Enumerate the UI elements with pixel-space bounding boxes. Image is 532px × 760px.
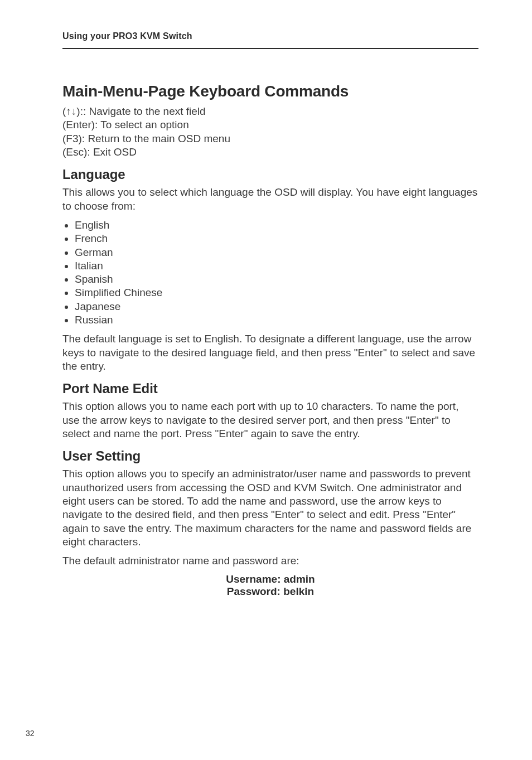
list-item: Spanish [75,273,478,286]
list-item: Japanese [75,300,478,313]
cmd-navigate: (↑↓):: Navigate to the next field [62,105,478,118]
language-list: English French German Italian Spanish Si… [62,219,478,327]
port-name-edit-body: This option allows you to name each port… [62,400,478,440]
subheading-language: Language [62,167,478,182]
credentials-password: Password: belkin [62,585,478,598]
list-item: German [75,246,478,259]
subheading-user-setting: User Setting [62,448,478,464]
user-setting-body: This option allows you to specify an adm… [62,467,478,549]
default-credentials: Username: admin Password: belkin [62,573,478,598]
cmd-f3: (F3): Return to the main OSD menu [62,132,478,146]
page-number: 32 [26,729,35,738]
running-head: Using your PRO3 KVM Switch [62,31,478,48]
list-item: Russian [75,313,478,327]
cmd-esc: (Esc): Exit OSD [62,146,478,159]
language-outro: The default language is set to English. … [62,332,478,373]
list-item: Simplified Chinese [75,286,478,299]
list-item: French [75,232,478,245]
header-rule [62,48,478,49]
user-setting-defaults-intro: The default administrator name and passw… [62,554,478,568]
section-heading-main-menu-keyboard-commands: Main-Menu-Page Keyboard Commands [62,83,478,100]
language-intro: This allows you to select which language… [62,186,478,213]
keyboard-commands-list: (↑↓):: Navigate to the next field (Enter… [62,105,478,159]
cmd-enter: (Enter): To select an option [62,118,478,132]
list-item: English [75,219,478,232]
subheading-port-name-edit: Port Name Edit [62,381,478,396]
credentials-username: Username: admin [62,573,478,585]
list-item: Italian [75,259,478,273]
